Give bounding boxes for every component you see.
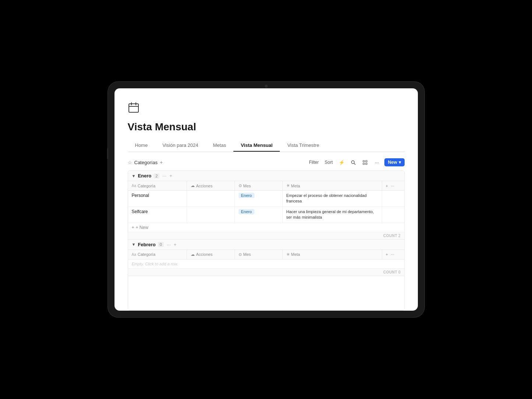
- group-enero-header: ▼ Enero 2 ··· +: [128, 171, 404, 181]
- table-row[interactable]: Personal Enero Empezar el proceso de obt…: [128, 191, 404, 207]
- search-icon-button[interactable]: [349, 158, 358, 167]
- empty-row-febrero[interactable]: Empty. Click to add a row.: [128, 259, 404, 268]
- tab-vista-mensual[interactable]: Vista Mensual: [233, 140, 280, 152]
- table-header-febrero: Aa Categoría ☁ Acciones ⊙ Mes ✳: [128, 250, 404, 259]
- tab-vista-trimestre[interactable]: Vista Trimestre: [280, 140, 326, 152]
- svg-rect-0: [129, 104, 138, 112]
- filter-button[interactable]: Filter: [307, 159, 320, 166]
- td-categoria-personal: Personal: [128, 191, 187, 206]
- th-meta: ✳ Meta: [283, 181, 382, 190]
- td-acciones-personal: [187, 191, 235, 206]
- sort-button[interactable]: Sort: [323, 159, 334, 166]
- svg-rect-8: [363, 163, 364, 165]
- page-content: Vista Mensual Home Visión para 2024 Meta…: [114, 88, 418, 311]
- th-actions: + ···: [382, 181, 404, 190]
- page-title: Vista Mensual: [128, 121, 405, 133]
- lightning-icon-button[interactable]: ⚡: [337, 158, 346, 167]
- add-col-icon[interactable]: +: [386, 184, 388, 188]
- count-value-enero: 2: [398, 234, 401, 238]
- count-row-febrero: COUNT 0: [128, 268, 404, 276]
- th-cat-feb: Aa Categoría: [128, 250, 187, 259]
- th-mes: ⊙ Mes: [235, 181, 283, 190]
- table-header-enero: Aa Categoría ☁ Acciones ⊙ Mes ✳: [128, 181, 404, 191]
- th-act-feb: + ···: [382, 250, 404, 259]
- svg-rect-6: [363, 160, 364, 162]
- group-enero-toggle[interactable]: ▼: [132, 174, 136, 178]
- count-row-enero: COUNT 2: [128, 232, 404, 240]
- tablet-shell: Vista Mensual Home Visión para 2024 Meta…: [108, 82, 424, 317]
- th-acc-feb: ☁ Acciones: [187, 250, 235, 259]
- count-label-enero: COUNT: [383, 234, 397, 238]
- tab-vision[interactable]: Visión para 2024: [155, 140, 205, 152]
- td-mes-personal: Enero: [235, 191, 283, 206]
- count-label-febrero: COUNT: [383, 270, 397, 274]
- th-mes-feb: ⊙ Mes: [235, 250, 283, 259]
- th-acciones: ☁ Acciones: [187, 181, 235, 190]
- tab-home[interactable]: Home: [128, 140, 155, 152]
- col-more-icon[interactable]: ···: [391, 184, 394, 188]
- add-col-icon-feb[interactable]: +: [386, 252, 388, 257]
- svg-line-5: [354, 163, 356, 165]
- svg-rect-9: [366, 163, 367, 165]
- add-row-icon: +: [132, 225, 134, 230]
- td-extra-personal: [382, 191, 404, 206]
- td-meta-selfcare: Hacer una limpieza general de mi departa…: [283, 207, 382, 223]
- star-icon: ☆: [128, 160, 132, 165]
- mes-tag-personal: Enero: [239, 193, 254, 198]
- new-button[interactable]: New ▾: [384, 158, 405, 166]
- more-icon-button[interactable]: ···: [373, 158, 381, 167]
- group-enero-name: Enero: [138, 173, 151, 179]
- camera: [265, 85, 268, 88]
- td-extra-selfcare: [382, 207, 404, 223]
- toolbar-right: Filter Sort ⚡: [307, 158, 404, 167]
- count-value-febrero: 0: [398, 270, 401, 274]
- snowflake-icon: ✳: [286, 183, 290, 188]
- page-icon: [128, 102, 405, 116]
- side-button: [107, 148, 108, 159]
- td-mes-selfcare: Enero: [235, 207, 283, 223]
- categories-label[interactable]: Categorías: [134, 160, 158, 165]
- toolbar-left: ☆ Categorías +: [128, 159, 163, 165]
- table-row[interactable]: Selfcare Enero Hacer una limpieza genera…: [128, 207, 404, 223]
- tab-metas[interactable]: Metas: [206, 140, 233, 152]
- group-febrero-more[interactable]: ···: [167, 242, 171, 247]
- group-febrero-name: Febrero: [138, 242, 155, 247]
- td-acciones-selfcare: [187, 207, 235, 223]
- add-category-icon[interactable]: +: [160, 159, 163, 165]
- add-row-enero[interactable]: + + New: [128, 223, 404, 232]
- new-button-chevron: ▾: [399, 160, 401, 165]
- group-febrero-count: 0: [158, 242, 164, 247]
- group-icon-button[interactable]: [361, 158, 370, 167]
- td-categoria-selfcare: Selfcare: [128, 207, 187, 223]
- group-febrero-header: ▼ Febrero 0 ··· +: [128, 240, 404, 250]
- group-febrero: ▼ Febrero 0 ··· + Aa Categoría ☁: [128, 240, 404, 276]
- col-more-icon-feb[interactable]: ···: [391, 252, 394, 257]
- th-categoria: Aa Categoría: [128, 181, 187, 190]
- svg-rect-7: [366, 160, 367, 162]
- th-meta-feb: ✳ Meta: [283, 250, 382, 259]
- nav-tabs: Home Visión para 2024 Metas Vista Mensua…: [128, 140, 405, 152]
- group-febrero-toggle[interactable]: ▼: [132, 242, 136, 247]
- td-meta-personal: Empezar el proceso de obtener nacionalid…: [283, 191, 382, 206]
- toolbar: ☆ Categorías + Filter Sort ⚡: [128, 158, 405, 167]
- group-enero: ▼ Enero 2 ··· + Aa Categoría ☁: [128, 171, 404, 240]
- clock-icon: ⊙: [239, 183, 242, 188]
- group-enero-add[interactable]: +: [169, 173, 172, 179]
- group-febrero-add[interactable]: +: [174, 242, 177, 247]
- database-area: ▼ Enero 2 ··· + Aa Categoría ☁: [128, 170, 405, 311]
- mes-tag-selfcare: Enero: [239, 209, 254, 214]
- cloud-icon: ☁: [191, 183, 195, 188]
- tablet-screen: Vista Mensual Home Visión para 2024 Meta…: [114, 88, 418, 311]
- group-enero-count: 2: [154, 173, 159, 179]
- new-button-label: New: [388, 160, 397, 165]
- text-icon: Aa: [132, 184, 136, 188]
- group-enero-more[interactable]: ···: [162, 173, 166, 179]
